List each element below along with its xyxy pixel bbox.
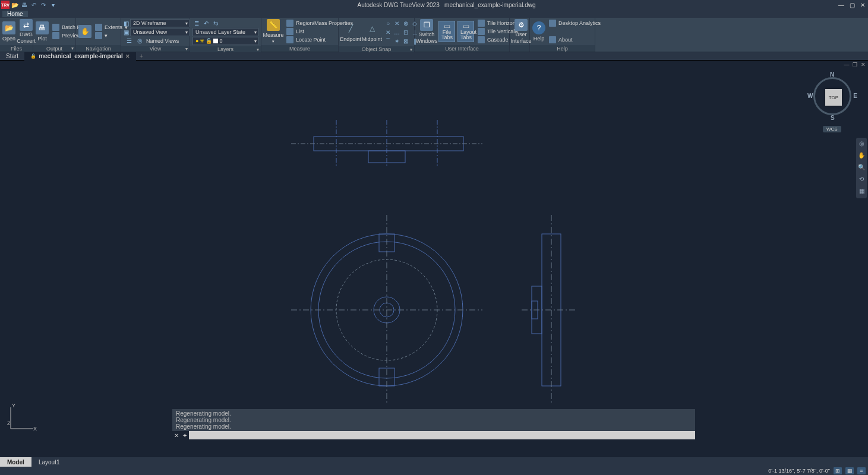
file-tabs-toggle[interactable]: ▭ File Tabs (438, 21, 455, 42)
cascade-icon (478, 36, 485, 43)
status-snap-icon[interactable]: ▦ (845, 467, 854, 474)
panel-label-output: Output▾ (33, 45, 75, 52)
orbit-icon (95, 32, 102, 39)
osnap-near-icon[interactable]: ✶ (393, 37, 401, 45)
panel-label-ui: User Interface (415, 45, 509, 52)
cmd-handle-icon[interactable]: ✦ (181, 432, 189, 439)
status-grid-icon[interactable]: ⊞ (834, 467, 842, 474)
printer-icon: 🖶 (36, 21, 49, 34)
panel-label-measure: Measure (261, 45, 338, 52)
panel-help: ? Help Desktop Analytics About Help (530, 18, 595, 52)
qat-undo-icon[interactable]: ↶ (30, 1, 38, 9)
panel-output: 🖶 Plot Batch Plot Preview Output▾ (33, 18, 76, 52)
midpoint-icon: △ (365, 22, 378, 35)
desktop-analytics-button[interactable]: Desktop Analytics (548, 20, 602, 27)
windows-icon: ❐ (420, 19, 433, 31)
menu-home[interactable]: Home (2, 11, 28, 17)
layer-color-icon (213, 39, 218, 43)
dwg-convert-button[interactable]: ⇄ DWG Convert (18, 19, 34, 44)
layer-prop-icon[interactable]: ≣ (192, 19, 201, 27)
app-icon[interactable]: TRV (1, 1, 10, 9)
panel-measure: 📏 Measure ▾ Region/Mass Properties List … (261, 18, 339, 52)
ui-gear-icon: ⚙ (515, 19, 528, 31)
pan-button[interactable]: ✋ (78, 19, 91, 44)
endpoint-button[interactable]: ╱ Endpoint (341, 20, 360, 45)
osnap-int-icon[interactable]: ✕ (384, 28, 392, 36)
named-views-button[interactable]: ☰◎Named Views (124, 37, 187, 45)
help-button[interactable]: ? Help (532, 19, 545, 44)
pan-hand-icon: ✋ (78, 25, 91, 38)
list-icon (286, 28, 293, 35)
model-layout-tabs: Model Layout1 (0, 457, 868, 467)
layer-on-icon: ● (195, 38, 198, 44)
endpoint-icon: ╱ (344, 22, 357, 35)
qat-dropdown-icon[interactable]: ▾ (49, 1, 57, 9)
osnap-center-icon[interactable]: ○ (384, 19, 392, 27)
command-history: Regenerating model. Regenerating model. … (172, 409, 695, 431)
tab-model[interactable]: Model (0, 457, 31, 467)
lock-icon: 🔒 (30, 53, 36, 59)
about-icon (549, 36, 556, 43)
panel-label-navigation: Navigation (76, 45, 121, 52)
panel-label-view: View▾ (121, 46, 190, 52)
osnap-gcenter-icon[interactable]: ✕ (393, 19, 401, 27)
layer-prev-icon[interactable]: ↶ (202, 19, 210, 27)
ucs-z-label: Z (7, 420, 11, 426)
ucs-icon: Y X Z (7, 403, 37, 432)
panel-label-files: Files (0, 45, 33, 52)
status-customize-icon[interactable]: ≡ (857, 467, 866, 474)
view-icon: ▣ (124, 28, 129, 36)
layout-tabs-toggle[interactable]: ▭ LayoutTabs (457, 21, 474, 42)
panel-view: ◧2D Wireframe ▣Unsaved View ☰◎Named View… (121, 18, 190, 52)
layer-walk-icon[interactable]: ⇆ (212, 19, 220, 27)
ucs-x-label: X (33, 426, 37, 432)
panel-label-help: Help (530, 45, 595, 52)
measure-button[interactable]: 📏 Measure ▾ (264, 19, 283, 44)
panel-layers: ≣ ↶ ⇆ Unsaved Layer State ● ☀ 🔓 0 Layers… (190, 18, 261, 52)
user-interface-button[interactable]: ⚙ User Interface (512, 19, 530, 44)
cmd-recent-button[interactable]: ▴ (688, 431, 695, 439)
minimize-button[interactable]: — (836, 0, 847, 10)
panel-label-osnap: Object Snap▾ (339, 46, 414, 52)
drawing-canvas[interactable]: — ❐ ✕ TOP N S E W WCS ◎ ✋ 🔍 ⟲ ▦ (0, 61, 868, 457)
preview-icon (52, 32, 59, 39)
qat-plot-icon[interactable]: 🖶 (20, 1, 29, 9)
tab-current-file[interactable]: 🔒 mechanical_example-imperial ✕ (24, 52, 136, 61)
title-bar: TRV 📂 🖶 ↶ ↷ ▾ Autodesk DWG TrueView 2023… (0, 0, 868, 10)
qat-redo-icon[interactable]: ↷ (39, 1, 48, 9)
midpoint-button[interactable]: △ Midpoint (362, 20, 381, 45)
about-button[interactable]: About (548, 36, 602, 44)
close-button[interactable]: ✕ (857, 0, 868, 10)
osnap-tan-icon[interactable]: ⌒ (384, 37, 392, 45)
view-dropdown[interactable]: Unsaved View (130, 28, 190, 36)
menu-bar: Home (0, 10, 868, 18)
visual-style-icon: ◧ (124, 19, 129, 27)
tile-h-icon (478, 20, 485, 27)
drawing-svg (0, 61, 868, 457)
named-views-icon: ☰ (125, 37, 133, 45)
panel-files: 📂 Open ⇄ DWG Convert Files (0, 18, 33, 52)
visual-style-dropdown[interactable]: 2D Wireframe (130, 19, 190, 27)
maximize-button[interactable]: ▢ (847, 0, 857, 10)
command-input[interactable] (189, 431, 688, 439)
switch-windows-button[interactable]: ❐ Switch Windows (417, 19, 436, 44)
open-button[interactable]: 📂 Open (2, 19, 15, 44)
cmd-close-button[interactable]: ✕ (172, 432, 181, 439)
panel-osnap: ╱ Endpoint △ Midpoint ○ ✕ ⊗ ◇ ✕ … ⊡ ⊥ ⌒ … (339, 18, 415, 52)
tab-close-icon[interactable]: ✕ (125, 53, 130, 59)
osnap-ins-icon[interactable]: ⊡ (402, 28, 410, 36)
batch-icon (52, 24, 59, 31)
layer-current-dropdown[interactable]: ● ☀ 🔓 0 (192, 37, 258, 45)
panel-user-interface-btn: ⚙ User Interface (510, 18, 530, 52)
layer-state-dropdown[interactable]: Unsaved Layer State (192, 28, 258, 36)
osnap-node-icon[interactable]: ⊗ (402, 19, 410, 27)
qat-open-icon[interactable]: 📂 (11, 1, 19, 9)
tab-add-button[interactable]: + (136, 53, 147, 59)
tab-start[interactable]: Start (0, 52, 24, 61)
tab-layout1[interactable]: Layout1 (31, 457, 67, 467)
plot-button[interactable]: 🖶 Plot (36, 19, 49, 44)
osnap-ext-icon[interactable]: … (393, 28, 401, 36)
osnap-app-icon[interactable]: ⊠ (402, 37, 410, 45)
cmd-history-line: Regenerating model. (176, 417, 692, 423)
file-tabs-bar: Start 🔒 mechanical_example-imperial ✕ + (0, 52, 868, 61)
